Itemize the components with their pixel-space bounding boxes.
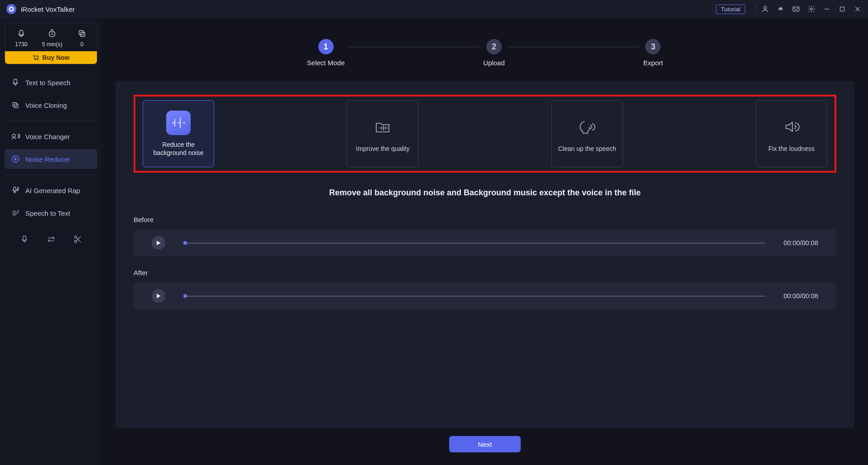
credit-other: 0 (77, 29, 87, 48)
nav-label: Noise Reducer (25, 155, 70, 163)
titlebar: iRocket VoxTalker Tutorial (0, 0, 868, 18)
step-upload: 2 Upload (483, 39, 505, 67)
step-export: 3 Export (643, 39, 663, 67)
nav-label: Voice Changer (25, 133, 70, 140)
svg-rect-8 (19, 30, 23, 35)
nav-label: Speech to Text (25, 209, 70, 217)
main-content: 1 Select Mode 2 Upload 3 Export (102, 18, 868, 465)
discord-icon[interactable] (777, 5, 785, 13)
svg-point-6 (810, 8, 813, 10)
svg-point-4 (781, 9, 782, 10)
mode-improve-quality[interactable]: Improve the quality (347, 100, 418, 167)
mode-label: Improve the quality (352, 145, 413, 153)
after-player: 00:00/00:08 (134, 283, 836, 309)
sidebar: 1730 5 min(s) 0 Buy Now (0, 18, 102, 465)
before-track[interactable] (183, 242, 765, 244)
user-icon[interactable] (761, 5, 769, 13)
step-number: 2 (486, 39, 502, 54)
head-speech-icon (575, 115, 599, 139)
svg-point-2 (764, 6, 767, 9)
credits-card: 1730 5 min(s) 0 Buy Now (5, 23, 97, 64)
step-connector (508, 47, 640, 47)
clone-icon (11, 101, 20, 110)
svg-rect-5 (793, 7, 799, 11)
settings-icon[interactable] (807, 5, 815, 13)
nav-label: Voice Cloning (25, 102, 67, 109)
svg-rect-7 (840, 7, 844, 11)
divider (6, 121, 96, 121)
divider (6, 174, 96, 175)
credit-value: 1730 (15, 41, 28, 48)
mode-reduce-noise[interactable]: Reduce the background noise (143, 100, 214, 167)
svg-point-20 (74, 241, 77, 243)
mode-label: Fix the loudness (765, 145, 818, 153)
svg-point-19 (74, 236, 77, 238)
after-time: 00:00/00:08 (783, 292, 818, 300)
mic-icon (11, 78, 20, 87)
after-track[interactable] (183, 295, 765, 297)
stepper: 1 Select Mode 2 Upload 3 Export (102, 27, 868, 70)
folder-audio-icon (370, 115, 395, 139)
nav-ai-rap[interactable]: AI Generated Rap (5, 180, 97, 200)
app-logo-icon (6, 4, 16, 14)
before-time: 00:00/00:08 (783, 239, 818, 247)
stt-icon (11, 208, 20, 218)
svg-rect-14 (14, 104, 18, 108)
app-title: iRocket VoxTalker (21, 5, 75, 13)
before-player: 00:00/00:08 (134, 230, 836, 256)
step-select-mode: 1 Select Mode (307, 39, 345, 67)
mode-clean-speech[interactable]: Clean up the speech (551, 100, 623, 167)
credit-value: 5 min(s) (42, 41, 62, 48)
nav-speech-to-text[interactable]: Speech to Text (5, 203, 97, 223)
svg-rect-13 (13, 102, 16, 106)
buy-now-button[interactable]: Buy Now (5, 51, 97, 64)
buy-label: Buy Now (43, 54, 70, 61)
step-connector (348, 47, 480, 47)
credit-value: 0 (80, 41, 83, 48)
divider (756, 5, 757, 13)
nav-noise-reducer[interactable]: Noise Reducer (5, 149, 97, 169)
close-icon[interactable] (854, 5, 862, 13)
mode-label: Reduce the background noise (143, 140, 214, 157)
step-number: 1 (318, 39, 334, 54)
tutorial-button[interactable]: Tutorial (716, 5, 745, 14)
next-button[interactable]: Next (449, 436, 521, 452)
mail-icon[interactable] (792, 5, 800, 13)
svg-point-3 (780, 9, 781, 10)
svg-rect-11 (81, 32, 85, 36)
svg-point-1 (10, 8, 13, 10)
nav-voice-cloning[interactable]: Voice Cloning (5, 95, 97, 115)
nav-text-to-speech[interactable]: Text to Speech (5, 73, 97, 92)
svg-rect-12 (14, 79, 17, 84)
before-label: Before (134, 216, 836, 223)
cut-icon[interactable] (73, 235, 82, 244)
footer: Next (102, 428, 868, 465)
nav-label: Text to Speech (25, 79, 70, 87)
svg-rect-10 (79, 31, 83, 35)
rap-icon (11, 186, 20, 195)
record-icon[interactable] (20, 235, 29, 244)
mode-selection-highlight: Reduce the background noise Improve the … (134, 95, 836, 173)
loop-icon[interactable] (47, 235, 56, 244)
minimize-icon[interactable] (823, 5, 831, 13)
mode-description: Remove all background noise and Backgrou… (134, 188, 836, 198)
nav-voice-changer[interactable]: Voice Changer (5, 126, 97, 146)
svg-rect-18 (23, 236, 26, 241)
maximize-icon[interactable] (838, 5, 846, 13)
voice-changer-icon (11, 132, 20, 141)
play-button-after[interactable] (152, 289, 165, 303)
play-button-before[interactable] (152, 236, 165, 250)
step-number: 3 (645, 39, 661, 54)
speaker-icon (779, 115, 804, 139)
step-label: Export (643, 59, 663, 67)
mode-fix-loudness[interactable]: Fix the loudness (756, 100, 827, 167)
nav-label: AI Generated Rap (25, 187, 80, 194)
step-label: Select Mode (307, 59, 345, 67)
credit-duration: 5 min(s) (42, 29, 62, 48)
svg-rect-17 (14, 187, 16, 191)
svg-point-15 (12, 134, 15, 137)
mode-label: Clean up the speech (554, 145, 619, 153)
noise-reducer-icon (11, 155, 20, 164)
after-label: After (134, 269, 836, 276)
content-panel: Reduce the background noise Improve the … (115, 81, 854, 428)
